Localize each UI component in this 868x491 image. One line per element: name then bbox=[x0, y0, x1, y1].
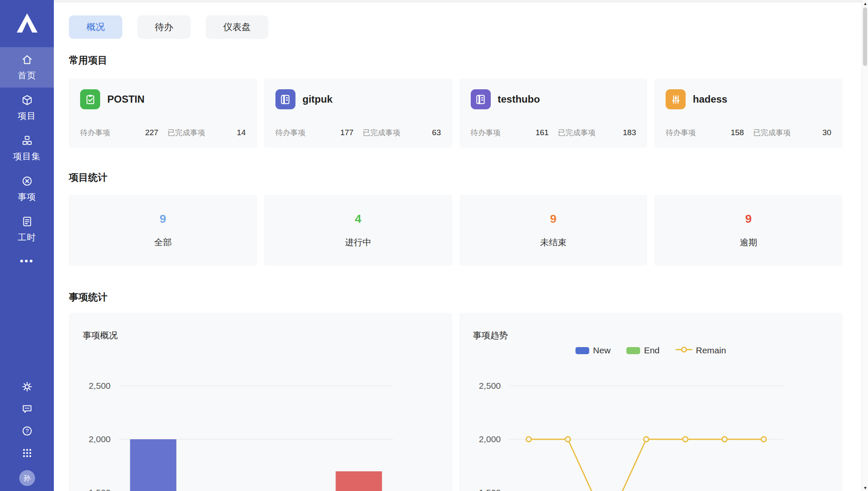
app-logo[interactable] bbox=[0, 0, 54, 47]
svg-text:1,500: 1,500 bbox=[479, 488, 501, 491]
done-label: 已完成事项 bbox=[363, 128, 400, 138]
sidebar-bottom: ? 孙 bbox=[0, 382, 54, 486]
stat-cards-row: 9 全部 4 进行中 9 未结束 9 逾期 bbox=[69, 195, 843, 266]
legend-item-remain[interactable]: Remain bbox=[676, 345, 726, 355]
timesheet-icon bbox=[21, 216, 33, 229]
done-label: 已完成事项 bbox=[753, 128, 791, 138]
tab-dashboard[interactable]: 仪表盘 bbox=[206, 15, 268, 39]
todo-label: 待办事项 bbox=[80, 128, 110, 138]
legend-line-marker-icon bbox=[676, 346, 692, 355]
home-icon bbox=[21, 54, 33, 67]
feedback-button[interactable] bbox=[21, 404, 33, 415]
sidebar-nav: 首页 项目 项目集 bbox=[0, 47, 54, 249]
svg-text:1,500: 1,500 bbox=[88, 488, 111, 491]
boxes-icon bbox=[21, 135, 33, 148]
legend-label: Remain bbox=[696, 345, 726, 355]
scrollbar-thumb[interactable] bbox=[863, 8, 867, 66]
todo-count: 161 bbox=[535, 128, 549, 137]
clipboard-check-icon bbox=[80, 89, 100, 109]
project-card[interactable]: hadess 待办事项158 已完成事项30 bbox=[654, 78, 843, 148]
section-issue-stats: 事项统计 bbox=[69, 291, 843, 304]
done-count: 14 bbox=[237, 128, 246, 137]
section-frequent-projects: 常用项目 bbox=[69, 54, 843, 67]
stat-card-unfinished[interactable]: 9 未结束 bbox=[459, 195, 648, 266]
vertical-scrollbar[interactable]: ▲ ▼ bbox=[862, 0, 868, 491]
issue-icon bbox=[21, 175, 33, 189]
legend-item-new[interactable]: New bbox=[575, 345, 611, 355]
sidebar-item-label: 项目 bbox=[18, 110, 36, 122]
issue-trend-chart-card: 事项趋势 New End bbox=[459, 313, 843, 491]
sidebar: 首页 项目 项目集 bbox=[0, 0, 54, 491]
svg-text:2,000: 2,000 bbox=[88, 434, 111, 444]
done-count: 183 bbox=[623, 128, 636, 137]
stat-label: 进行中 bbox=[345, 237, 371, 248]
stat-label: 未结束 bbox=[540, 237, 566, 248]
settings-button[interactable] bbox=[21, 382, 33, 393]
legend-swatch-icon bbox=[626, 347, 640, 354]
apps-button[interactable] bbox=[21, 448, 33, 460]
project-card[interactable]: testhubo 待办事项161 已完成事项183 bbox=[459, 78, 648, 148]
stat-value: 9 bbox=[550, 212, 557, 226]
stat-label: 逾期 bbox=[740, 237, 757, 248]
charts-row: 事项概况 2,5002,0001,500 事项趋势 New End bbox=[69, 313, 843, 491]
main-content: 概况 待办 仪表盘 常用项目 POSTIN 待办 bbox=[54, 0, 862, 491]
sidebar-more-button[interactable]: ••• bbox=[0, 255, 54, 267]
svg-text:2,500: 2,500 bbox=[88, 381, 111, 390]
tab-todo[interactable]: 待办 bbox=[137, 15, 191, 39]
sidebar-item-label: 项目集 bbox=[13, 151, 41, 162]
scroll-up-arrow-icon[interactable]: ▲ bbox=[862, 0, 868, 7]
project-cards-row: POSTIN 待办事项227 已完成事项14 git bbox=[69, 78, 843, 148]
issue-overview-chart-card: 事项概况 2,5002,0001,500 bbox=[69, 313, 452, 491]
legend-item-end[interactable]: End bbox=[626, 345, 659, 355]
done-label: 已完成事项 bbox=[558, 128, 595, 138]
dashboard-page: 首页 项目 项目集 bbox=[0, 0, 868, 491]
sidebar-item-label: 首页 bbox=[18, 70, 36, 81]
sliders-icon bbox=[666, 89, 686, 109]
question-icon: ? bbox=[21, 425, 33, 438]
sidebar-item-issues[interactable]: 事项 bbox=[0, 169, 54, 209]
chart-title: 事项概况 bbox=[83, 330, 118, 341]
line-chart: 2,5002,0001,500 bbox=[459, 313, 843, 491]
stat-card-all[interactable]: 9 全部 bbox=[69, 195, 257, 266]
todo-count: 158 bbox=[731, 128, 744, 137]
svg-text:?: ? bbox=[25, 428, 29, 434]
todo-count: 177 bbox=[340, 128, 353, 137]
todo-count: 227 bbox=[145, 128, 159, 137]
sidebar-item-worktime[interactable]: 工时 bbox=[0, 209, 54, 249]
chart-title: 事项趋势 bbox=[473, 330, 508, 341]
project-name: testhubo bbox=[498, 93, 540, 105]
done-count: 63 bbox=[432, 128, 441, 137]
mountain-logo-icon bbox=[16, 13, 38, 35]
project-card[interactable]: gitpuk 待办事项177 已完成事项63 bbox=[264, 78, 452, 148]
svg-text:2,000: 2,000 bbox=[479, 434, 501, 444]
stat-value: 4 bbox=[355, 212, 361, 226]
legend-swatch-icon bbox=[575, 347, 589, 354]
top-divider bbox=[54, 0, 862, 3]
chart-legend: New End Remain bbox=[459, 345, 843, 355]
sidebar-item-label: 工时 bbox=[18, 232, 36, 243]
user-avatar[interactable]: 孙 bbox=[19, 470, 35, 486]
view-tabs: 概况 待办 仪表盘 bbox=[69, 15, 843, 39]
done-count: 30 bbox=[823, 128, 831, 137]
sidebar-item-projects[interactable]: 项目 bbox=[0, 88, 54, 128]
done-label: 已完成事项 bbox=[167, 128, 205, 138]
todo-label: 待办事项 bbox=[275, 128, 305, 138]
stat-value: 9 bbox=[160, 212, 167, 226]
sidebar-item-project-sets[interactable]: 项目集 bbox=[0, 128, 54, 169]
sidebar-item-home[interactable]: 首页 bbox=[0, 47, 54, 88]
repo-icon bbox=[275, 89, 295, 109]
scroll-down-arrow-icon[interactable]: ▼ bbox=[862, 484, 868, 491]
project-name: POSTIN bbox=[107, 93, 144, 105]
tab-overview[interactable]: 概况 bbox=[69, 15, 122, 39]
stat-card-in-progress[interactable]: 4 进行中 bbox=[264, 195, 452, 266]
cube-icon bbox=[21, 94, 33, 108]
help-button[interactable]: ? bbox=[21, 426, 33, 438]
project-card[interactable]: POSTIN 待办事项227 已完成事项14 bbox=[69, 78, 257, 148]
section-project-stats: 项目统计 bbox=[69, 171, 843, 184]
project-name: gitpuk bbox=[303, 93, 333, 105]
sidebar-item-label: 事项 bbox=[18, 191, 36, 203]
stat-value: 9 bbox=[745, 212, 752, 226]
project-name: hadess bbox=[693, 93, 727, 105]
svg-text:2,500: 2,500 bbox=[479, 381, 501, 390]
stat-card-overdue[interactable]: 9 逾期 bbox=[654, 195, 843, 266]
